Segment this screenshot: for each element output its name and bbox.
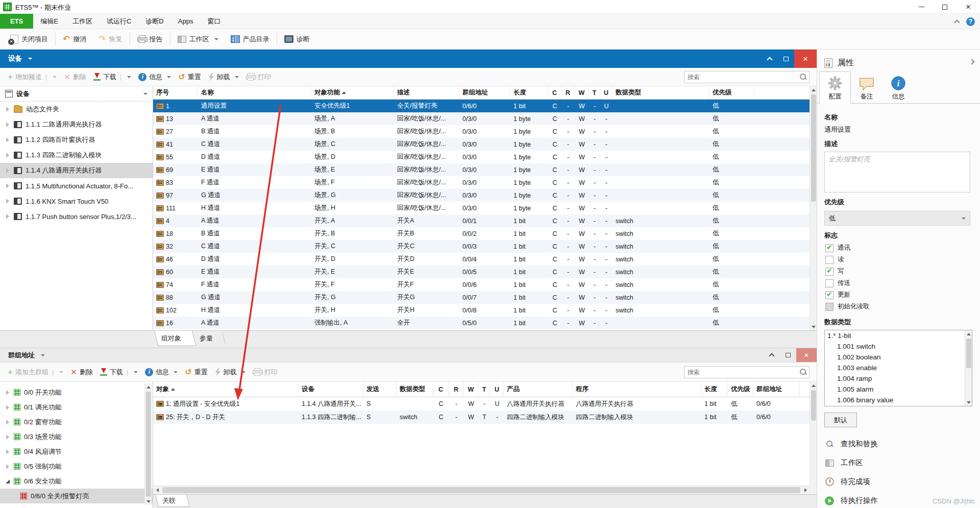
table-row[interactable]: 1: 通用设置 - 安全优先级11.1.4 八路通用开关...SC-W-U八路通… — [153, 397, 810, 410]
table-row[interactable]: 88G 通道开关, G开关G0/0/71 bitC-W--switch低 — [153, 291, 810, 304]
column-header[interactable]: 名称 — [198, 86, 311, 99]
expander-icon[interactable] — [5, 137, 10, 142]
sidebar-link-ws[interactable]: 工作区 — [824, 453, 972, 472]
table-row[interactable]: 4A 通道开关, A开关A0/0/11 bitC-W--switch低 — [153, 214, 810, 227]
expander-icon[interactable] — [5, 199, 10, 204]
add-main-group-button[interactable]: + 添加主群组 | — [4, 367, 67, 377]
device-panel-header[interactable]: 设备 ✕ — [0, 50, 817, 68]
device-tree-item[interactable]: 1.1.5 Multifunctional Actuator, 8-Fo... — [0, 178, 153, 193]
datatype-item[interactable]: 1.004 ramp — [825, 373, 965, 384]
device-tree-item[interactable]: 1.1.1 二路通用调光执行器 — [0, 117, 153, 132]
datatype-item[interactable]: 1.001 switch — [825, 341, 965, 352]
group-panel-header[interactable]: 群组地址 ✕ — [0, 348, 817, 362]
table-row[interactable]: 32C 通道开关, C开关C0/0/31 bitC-W--switch低 — [153, 240, 810, 253]
expander-icon[interactable] — [5, 107, 10, 112]
delete-button[interactable]: ✕ 删除 — [67, 368, 96, 377]
default-button[interactable]: 默认 — [824, 413, 857, 427]
table-row[interactable]: 13A 通道场景, A回家/吃饭/休息/...0/3/01 byteC-W--低 — [153, 112, 810, 125]
table-row[interactable]: 41C 通道场景, C回家/吃饭/休息/...0/3/01 byteC-W--低 — [153, 138, 810, 151]
group-search-box[interactable] — [684, 366, 810, 378]
expander-icon[interactable] — [5, 405, 10, 410]
download-button[interactable]: 下载 | — [96, 368, 141, 377]
add-channel-button[interactable]: + 增加频道 | — [4, 72, 60, 82]
group-tree-item[interactable]: 0/1 调光功能 — [0, 400, 153, 415]
table-row[interactable]: 1通用设置安全优先级1全关/报警灯亮0/6/01 bitC-W-U低 — [153, 100, 810, 112]
tab-parameters[interactable]: 参量 — [192, 331, 224, 346]
catalog-button[interactable]: 产品目录 — [225, 31, 276, 47]
column-header[interactable]: 对象功能 — [311, 86, 394, 99]
datatype-item[interactable]: 1.* 1-bit — [825, 330, 965, 341]
column-header[interactable]: 对象 — [153, 382, 299, 397]
group-search-input[interactable] — [684, 369, 799, 376]
checkbox[interactable] — [825, 256, 834, 264]
column-header[interactable]: 群组地址 — [459, 86, 510, 99]
close-button[interactable]: ✕ — [957, 0, 980, 14]
column-header[interactable]: 发送 — [363, 382, 397, 397]
column-header[interactable]: 群组地址 — [753, 382, 800, 397]
expander-icon[interactable] — [5, 168, 10, 173]
device-search-box[interactable] — [684, 71, 810, 83]
device-search-input[interactable] — [684, 74, 799, 81]
table-row[interactable]: 18B 通道开关, B开关B0/0/21 bitC-W--switch低 — [153, 227, 810, 240]
expander-icon[interactable] — [5, 464, 10, 469]
group-tree-item[interactable]: 0/0 开关功能 — [0, 385, 153, 400]
group-tree-item[interactable]: 0/5 强制功能 — [0, 459, 153, 474]
panel-close-button[interactable]: ✕ — [794, 50, 817, 68]
device-tree-item[interactable]: 1.1.3 四路二进制输入模块 — [0, 148, 153, 163]
checkbox[interactable] — [825, 268, 834, 276]
name-field[interactable]: 通用设置 — [824, 125, 972, 134]
menu-item-6[interactable]: 窗口 — [200, 14, 228, 29]
column-header[interactable]: 数据类型 — [612, 86, 709, 99]
column-header[interactable]: 长度 — [701, 382, 728, 397]
close-project-button[interactable]: 关闭项目 — [4, 31, 54, 47]
group-table-scrollbar[interactable] — [810, 382, 817, 508]
device-tree-item[interactable]: 1.1.2 四路百叶窗执行器 — [0, 132, 153, 148]
reset-button[interactable]: ↺ 重置 — [175, 72, 204, 82]
group-tree-item[interactable]: 0/2 窗帘功能 — [0, 415, 153, 429]
table-row[interactable]: 111H 通道场景, H回家/吃饭/休息/...0/3/01 byteC-W--… — [153, 202, 810, 214]
column-header[interactable]: R — [561, 86, 575, 99]
expander-icon[interactable] — [5, 390, 10, 395]
tab-settings[interactable]: 配置 — [819, 71, 851, 104]
column-header[interactable]: 数据类型 — [397, 382, 433, 397]
expander-icon[interactable] — [5, 122, 10, 127]
table-row[interactable]: 55D 通道场景, D回家/吃饭/休息/...0/3/01 byteC-W--低 — [153, 151, 810, 163]
tab-associations[interactable]: 关联 — [155, 495, 187, 507]
column-header[interactable]: U — [491, 382, 504, 397]
device-tree-item[interactable]: 1.1.7 Push button sensor Plus,1/2/3... — [0, 209, 153, 224]
reset-button[interactable]: ↺ 重置 — [181, 368, 211, 377]
description-field[interactable]: 全关/报警灯亮 — [824, 152, 970, 192]
checkbox[interactable] — [825, 291, 834, 299]
print-button[interactable]: 打印 — [242, 72, 275, 82]
datatype-scrollbar[interactable] — [965, 330, 972, 406]
menu-item-1[interactable]: 编辑E — [33, 14, 65, 29]
priority-select[interactable]: 低 — [824, 211, 970, 226]
device-tree-item[interactable]: 动态文件夹 — [0, 102, 153, 117]
column-header[interactable]: 序号 — [153, 86, 198, 99]
group-tree-item[interactable]: 0/6 安全功能 — [0, 474, 153, 489]
menu-item-3[interactable]: 试运行C — [100, 14, 138, 29]
column-header[interactable]: 产品 — [504, 382, 573, 397]
table-row[interactable]: 74F 通道开关, F开关F0/0/61 bitC-W--switch低 — [153, 278, 810, 291]
column-header[interactable]: U — [600, 86, 612, 99]
unload-button[interactable]: 卸载 — [205, 72, 242, 82]
expander-icon[interactable] — [5, 183, 10, 188]
group-table-hscrollbar[interactable] — [153, 486, 810, 494]
column-header[interactable]: 描述 — [394, 86, 459, 99]
table-row[interactable]: 25: 开关，D - D 开关1.1.3 四路二进制输...SswitchC-W… — [153, 410, 810, 424]
column-header[interactable]: T — [589, 86, 600, 99]
column-header[interactable]: C — [433, 382, 449, 397]
column-header[interactable]: 设备 — [299, 382, 363, 397]
undo-button[interactable]: ↶ 撤消 — [57, 31, 92, 47]
datatype-item[interactable]: 1.006 binary value — [825, 395, 965, 405]
expander-icon[interactable] — [5, 479, 10, 483]
download-button[interactable]: 下载 | — [90, 72, 135, 82]
datatype-item[interactable]: 1.002 boolean — [825, 352, 965, 362]
expander-icon[interactable] — [5, 153, 10, 158]
collapse-ribbon-icon[interactable] — [954, 19, 960, 25]
panel-maximize-button[interactable] — [780, 348, 796, 362]
menu-item-2[interactable]: 工作区 — [65, 14, 100, 29]
datatype-item[interactable]: 1.003 enable — [825, 362, 965, 373]
expander-icon[interactable] — [5, 449, 10, 454]
info-button[interactable]: i 信息 — [135, 72, 175, 82]
